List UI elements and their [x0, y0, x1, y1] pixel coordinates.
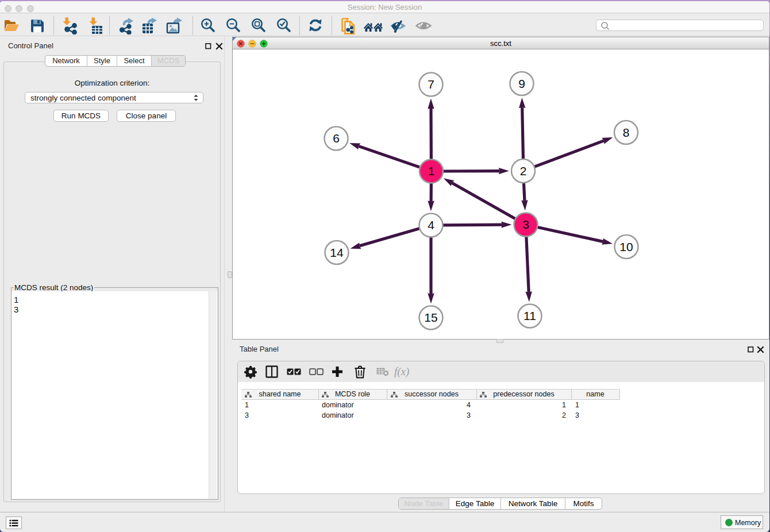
svg-text:15: 15 — [424, 311, 437, 324]
svg-text:11: 11 — [523, 309, 536, 322]
svg-text:4: 4 — [428, 218, 434, 232]
svg-text:9: 9 — [518, 77, 525, 90]
svg-text:14: 14 — [330, 246, 344, 259]
svg-text:2: 2 — [520, 164, 527, 178]
svg-text:3: 3 — [522, 218, 529, 231]
svg-text:7: 7 — [428, 78, 434, 91]
svg-text:10: 10 — [619, 240, 633, 253]
svg-text:8: 8 — [623, 126, 630, 139]
svg-text:1: 1 — [428, 164, 435, 178]
svg-text:6: 6 — [333, 132, 340, 145]
